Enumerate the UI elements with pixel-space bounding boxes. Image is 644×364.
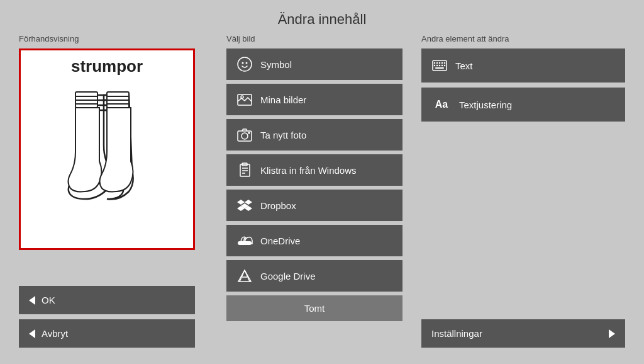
new-photo-label: Ta nytt foto — [260, 130, 306, 140]
my-images-button[interactable]: Mina bilder — [226, 84, 402, 115]
camera-icon — [236, 127, 253, 143]
ok-button[interactable]: OK — [19, 286, 195, 314]
settings-button[interactable]: Inställningar — [421, 319, 625, 348]
google-drive-icon — [236, 268, 253, 284]
google-drive-button[interactable]: Google Drive — [226, 260, 402, 292]
svg-rect-32 — [238, 241, 252, 245]
svg-point-18 — [241, 96, 243, 98]
svg-marker-28 — [245, 200, 252, 205]
symbol-button[interactable]: Symbol — [226, 48, 402, 80]
dropbox-button[interactable]: Dropbox — [226, 190, 402, 221]
text-adjust-icon: Aa — [431, 96, 452, 113]
right-column: Andra element att ändra — [421, 34, 625, 360]
svg-point-16 — [246, 62, 248, 64]
ok-chevron-icon — [29, 296, 35, 305]
onedrive-label: OneDrive — [260, 236, 300, 246]
new-photo-button[interactable]: Ta nytt foto — [226, 119, 402, 151]
cancel-label: Avbryt — [42, 328, 68, 339]
svg-point-21 — [248, 132, 250, 134]
text-label: Text — [455, 60, 473, 71]
ok-label: OK — [42, 295, 55, 305]
left-column: Förhandsvisning strumpor — [19, 34, 208, 360]
dropbox-icon — [236, 197, 253, 213]
my-images-label: Mina bilder — [260, 94, 306, 105]
google-drive-label: Google Drive — [260, 271, 316, 282]
my-images-icon — [236, 91, 253, 108]
middle-column: Välj bild Symbol — [226, 34, 402, 360]
other-elements-label: Andra element att ändra — [421, 34, 625, 43]
onedrive-button[interactable]: OneDrive — [226, 225, 402, 256]
svg-marker-27 — [237, 200, 245, 205]
socks-image — [57, 82, 157, 208]
empty-label: Tomt — [304, 303, 325, 314]
svg-line-35 — [240, 270, 245, 282]
image-source-buttons: Symbol Mina bilder — [226, 48, 402, 321]
choose-image-label: Välj bild — [226, 34, 402, 43]
text-adjust-label: Textjustering — [459, 100, 512, 110]
symbol-label: Symbol — [260, 59, 292, 70]
text-adjust-button[interactable]: Aa Textjustering — [421, 88, 625, 122]
settings-label: Inställningar — [431, 328, 482, 339]
svg-point-20 — [242, 133, 248, 139]
keyboard-icon — [431, 57, 448, 74]
paste-windows-button[interactable]: Klistra in från Windows — [226, 154, 402, 186]
cancel-chevron-icon — [29, 329, 35, 338]
text-button[interactable]: Text — [421, 48, 625, 82]
svg-line-36 — [245, 270, 250, 282]
preview-box: strumpor — [19, 48, 195, 250]
other-element-buttons: Text Aa Textjustering — [421, 48, 625, 122]
empty-button[interactable]: Tomt — [226, 295, 402, 321]
preview-word: strumpor — [71, 57, 143, 76]
cancel-button[interactable]: Avbryt — [19, 319, 195, 348]
svg-point-15 — [242, 62, 244, 64]
svg-point-14 — [238, 57, 252, 71]
left-action-buttons: OK Avbryt — [19, 286, 208, 360]
preview-label: Förhandsvisning — [19, 34, 208, 43]
clipboard-icon — [236, 162, 253, 178]
settings-chevron-icon — [609, 329, 615, 338]
symbol-icon — [236, 56, 253, 72]
paste-windows-label: Klistra in från Windows — [260, 165, 357, 176]
page-title: Ändra innehåll — [0, 0, 644, 34]
dropbox-label: Dropbox — [260, 200, 296, 211]
onedrive-icon — [236, 232, 253, 249]
